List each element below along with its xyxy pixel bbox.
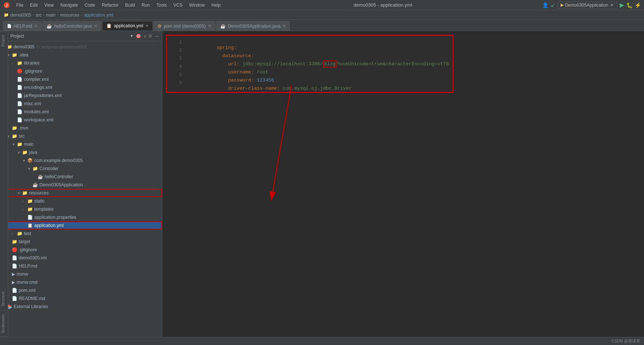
toolbar-right: 👤 ↙ ▶ Demo0305Application ▼ ▶ 🐛 ⚡ bbox=[542, 1, 641, 9]
tree-item-libraries[interactable]: › 📁 libraries bbox=[0, 59, 162, 67]
mvnw-cmd-icon: ▶ bbox=[12, 280, 15, 285]
app-props-icon: 📄 bbox=[27, 215, 33, 220]
menu-window[interactable]: Window bbox=[186, 2, 208, 8]
tree-item-misc-xml[interactable]: › 📄 misc.xml bbox=[0, 100, 162, 108]
bookmarks-tab[interactable]: Bookmarks bbox=[0, 311, 8, 337]
app-yml-icon: 📋 bbox=[27, 223, 33, 228]
tree-item-controller[interactable]: ▼ 📁 Controller bbox=[0, 165, 162, 173]
tree-item-help-md[interactable]: › 📄 HELP.md bbox=[0, 262, 162, 270]
tree-item-test[interactable]: › 📁 test bbox=[0, 230, 162, 238]
run-config-selector[interactable]: ▶ Demo0305Application ▼ bbox=[557, 1, 617, 9]
menu-build[interactable]: Build bbox=[122, 2, 138, 8]
menu-vcs[interactable]: VCS bbox=[170, 2, 186, 8]
tab-icon-java1: ☕ bbox=[46, 24, 52, 29]
coverage-button[interactable]: ⚡ bbox=[635, 2, 641, 8]
hide-sidebar-icon[interactable]: — bbox=[155, 34, 159, 39]
tab-help-md[interactable]: 📄 HELP.md ✕ bbox=[3, 21, 42, 31]
tree-item-modules-xml[interactable]: › 📄 modules.xml bbox=[0, 108, 162, 116]
tree-item-idea[interactable]: ▼ 📁 .idea bbox=[0, 51, 162, 59]
sidebar-header: 📁 Project ▼ 🎯 ≡ ⚙ — bbox=[0, 31, 162, 41]
left-gutter: Project Structure Bookmarks bbox=[0, 31, 8, 337]
modules-xml-icon: 📄 bbox=[17, 109, 22, 114]
settings-icon[interactable]: ⚙ bbox=[148, 34, 152, 39]
tree-item-demo-app[interactable]: › ☕ Demo0305Application bbox=[0, 181, 162, 189]
tab-application-yml[interactable]: 📋 application.yml ✕ bbox=[102, 21, 153, 31]
main-icon: 📁 bbox=[17, 142, 22, 147]
tree-item-package[interactable]: ▼ 📦 com.example.demo0305 bbox=[0, 156, 162, 165]
tree-item-main[interactable]: ▼ 📁 main bbox=[0, 140, 162, 148]
menu-refactor[interactable]: Refactor bbox=[99, 2, 121, 8]
run-button[interactable]: ▶ bbox=[620, 1, 624, 8]
tree-item-encodings-xml[interactable]: › 📄 encodings.xml bbox=[0, 83, 162, 92]
help-md-icon: 📄 bbox=[12, 263, 17, 269]
tree-item-src[interactable]: ▼ 📁 src bbox=[0, 132, 162, 140]
breadcrumb-main[interactable]: main bbox=[46, 13, 56, 18]
account-icon[interactable]: 👤 bbox=[542, 2, 548, 8]
tab-demo-app[interactable]: ☕ Demo0305Application.java ✕ bbox=[216, 21, 290, 31]
tree-item-gitignore[interactable]: › 🔴 .gitignore bbox=[0, 67, 162, 75]
breadcrumb-demo0305[interactable]: demo0305 bbox=[10, 13, 31, 18]
tab-pom-xml[interactable]: ⚙ pom.xml (demo0305) ✕ bbox=[153, 21, 215, 31]
sidebar-title: Project bbox=[10, 34, 128, 39]
tree-item-ext-libs[interactable]: › 📚 External Libraries bbox=[0, 303, 162, 311]
editor-area[interactable]: 1 spring: 2 datasource: 3 url: jdbc:mysq… bbox=[162, 31, 644, 345]
hello-ctrl-icon: ☕ bbox=[38, 174, 43, 179]
locate-file-icon[interactable]: 🎯 bbox=[136, 34, 141, 39]
package-icon: 📦 bbox=[27, 158, 33, 163]
tree-item-workspace-xml[interactable]: › 📄 workspace.xml bbox=[0, 116, 162, 124]
debug-button[interactable]: 🐛 bbox=[626, 2, 633, 8]
tree-item-gitignore-root[interactable]: › 🔴 .gitignore bbox=[0, 246, 162, 254]
src-icon: 📁 bbox=[12, 134, 17, 139]
svg-line-3 bbox=[271, 86, 291, 201]
tree-item-static[interactable]: › 📁 static bbox=[0, 197, 162, 205]
tree-item-resources[interactable]: ▼ 📁 resources bbox=[0, 189, 162, 197]
tree-item-jar-repos[interactable]: › 📄 jarRepositories.xml bbox=[0, 92, 162, 100]
tree-item-mvn[interactable]: › 📁 .mvn bbox=[0, 124, 162, 132]
tab-close-pom[interactable]: ✕ bbox=[208, 24, 211, 28]
tree-item-mvnw-cmd[interactable]: › ▶ mvnw.cmd bbox=[0, 278, 162, 286]
breadcrumb-src[interactable]: src bbox=[36, 13, 42, 18]
tab-hello-controller[interactable]: ☕ helloController.java ✕ bbox=[42, 21, 101, 31]
highlight-blog: blog bbox=[323, 61, 337, 68]
tree-item-pom-xml[interactable]: › 📄 pom.xml bbox=[0, 286, 162, 294]
gitignore-icon: 🔴 bbox=[17, 69, 22, 74]
tree-item-app-yml[interactable]: › 📋 application.yml bbox=[0, 221, 162, 230]
breadcrumb-file[interactable]: application.yml bbox=[84, 13, 113, 18]
tree-item-demo0305[interactable]: ▼ 📁 demo0305 D:\eclipseproject\demo0305 bbox=[0, 43, 162, 51]
gitignore-root-icon: 🔴 bbox=[12, 247, 17, 252]
libraries-icon: 📁 bbox=[17, 61, 22, 66]
tab-icon-xml: ⚙ bbox=[157, 24, 162, 29]
menu-help[interactable]: Help bbox=[208, 2, 224, 8]
main-layout: 📁 Project ▼ 🎯 ≡ ⚙ — ▼ 📁 demo0305 D:\ecli… bbox=[0, 31, 644, 345]
code-editor[interactable]: 1 spring: 2 datasource: 3 url: jdbc:mysq… bbox=[166, 35, 454, 93]
collapse-all-icon[interactable]: ≡ bbox=[143, 34, 146, 39]
tree-item-target[interactable]: › 📁 target bbox=[0, 238, 162, 246]
breadcrumb-resources[interactable]: resources bbox=[60, 13, 80, 18]
menu-file[interactable]: File bbox=[13, 2, 26, 8]
tree-item-app-props[interactable]: › 📄 application.properties bbox=[0, 213, 162, 221]
tab-close-help[interactable]: ✕ bbox=[34, 24, 38, 28]
menu-code[interactable]: Code bbox=[82, 2, 98, 8]
structure-tab[interactable]: Structure bbox=[0, 288, 8, 311]
menu-edit[interactable]: Edit bbox=[27, 2, 41, 8]
idea-folder-icon: 📁 bbox=[12, 52, 17, 58]
tree-item-mvnw[interactable]: › ▶ mvnw bbox=[0, 270, 162, 278]
tree-item-compiler-xml[interactable]: › 📄 compiler.xml bbox=[0, 75, 162, 83]
menu-navigate[interactable]: Navigate bbox=[58, 2, 81, 8]
tab-close-demo[interactable]: ✕ bbox=[283, 24, 286, 28]
sidebar: 📁 Project ▼ 🎯 ≡ ⚙ — ▼ 📁 demo0305 D:\ecli… bbox=[0, 31, 162, 345]
tree-item-java[interactable]: ▼ 📁 java bbox=[0, 148, 162, 156]
tree-item-templates[interactable]: › 📁 templates bbox=[0, 205, 162, 213]
vcs-update-icon[interactable]: ↙ bbox=[551, 2, 555, 8]
tabs-bar: 📄 HELP.md ✕ ☕ helloController.java ✕ 📋 a… bbox=[0, 20, 644, 31]
menu-run[interactable]: Run bbox=[139, 2, 153, 8]
target-icon: 📁 bbox=[12, 239, 17, 244]
tab-close-yml[interactable]: ✕ bbox=[145, 24, 149, 28]
menu-view[interactable]: View bbox=[41, 2, 57, 8]
menu-tools[interactable]: Tools bbox=[153, 2, 170, 8]
tree-item-hello-controller[interactable]: › ☕ helloController bbox=[0, 173, 162, 181]
tab-close-hello[interactable]: ✕ bbox=[94, 24, 97, 28]
tree-item-readme-md[interactable]: › 📄 README.md bbox=[0, 294, 162, 303]
tree-item-demo-iml[interactable]: › 📄 demo0305.iml bbox=[0, 254, 162, 262]
project-tab[interactable]: Project bbox=[0, 31, 8, 50]
